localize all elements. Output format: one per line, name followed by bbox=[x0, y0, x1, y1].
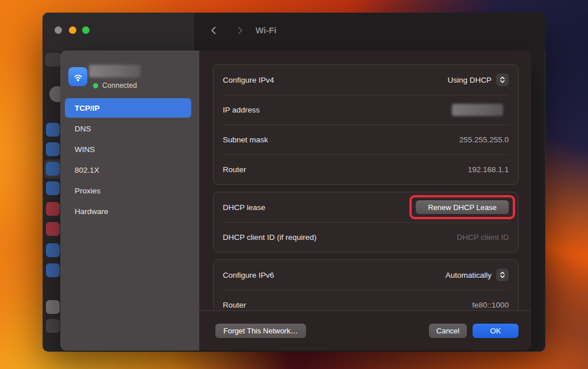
ipv6-group: Configure IPv6 Automatically Router fe80… bbox=[213, 259, 519, 310]
configure-ipv4-label: Configure IPv4 bbox=[223, 76, 274, 84]
ipv6-method-popup[interactable]: Automatically bbox=[446, 269, 509, 281]
vpn-icon bbox=[46, 181, 60, 195]
dhcp-lease-row: DHCP lease Renew DHCP Lease bbox=[214, 192, 518, 222]
wifi-icon bbox=[46, 123, 60, 137]
subnet-mask-row: Subnet mask 255.255.255.0 bbox=[214, 125, 518, 154]
configure-ipv6-row: Configure IPv6 Automatically bbox=[214, 260, 518, 290]
router-ipv6-value: fe80::1000 bbox=[472, 301, 509, 309]
ok-button[interactable]: OK bbox=[473, 324, 519, 338]
sheet-footer: Forget This Network… Cancel OK bbox=[199, 310, 531, 351]
sheet-content: Configure IPv4 Using DHCP IP address bbox=[199, 51, 531, 351]
back-chevron-icon[interactable] bbox=[209, 26, 218, 35]
general-icon bbox=[46, 300, 60, 314]
focus-icon bbox=[46, 243, 60, 257]
configure-ipv6-label: Configure IPv6 bbox=[223, 271, 274, 279]
dhcp-lease-label: DHCP lease bbox=[223, 203, 265, 212]
titlebar-content-section: Wi-Fi bbox=[194, 13, 546, 51]
sheet-sidebar-items: TCP/IP DNS WINS 802.1X Proxies Hardware bbox=[60, 98, 199, 222]
ipv4-group: Configure IPv4 Using DHCP IP address bbox=[213, 64, 519, 185]
subnet-mask-label: Subnet mask bbox=[223, 135, 268, 144]
network-icon bbox=[46, 162, 60, 176]
popup-stepper-icon bbox=[496, 73, 509, 86]
router-value: 192.168.1.1 bbox=[468, 165, 509, 174]
router-ipv6-row: Router fe80::1000 bbox=[214, 290, 518, 310]
appearance-icon bbox=[46, 319, 60, 333]
router-label: Router bbox=[223, 165, 246, 174]
network-name-redacted bbox=[89, 65, 141, 77]
subnet-mask-value: 255.255.255.0 bbox=[459, 135, 509, 144]
system-settings-window: Wi-Fi Connected TCP/IP DNS WINS 802.1X bbox=[42, 13, 546, 352]
settings-scroll-area: Configure IPv4 Using DHCP IP address bbox=[199, 51, 531, 310]
close-button[interactable] bbox=[55, 26, 62, 34]
zoom-button[interactable] bbox=[82, 26, 90, 34]
popup-stepper-icon bbox=[496, 269, 509, 281]
wifi-network-icon bbox=[68, 67, 87, 86]
sidebar-item-hardware[interactable]: Hardware bbox=[65, 201, 191, 221]
annotation-highlight-box: Renew DHCP Lease bbox=[409, 195, 515, 219]
dhcp-client-id-label: DHCP client ID (if required) bbox=[223, 233, 316, 242]
wifi-tcpip-sheet: Connected TCP/IP DNS WINS 802.1X Proxies… bbox=[60, 51, 531, 351]
cancel-button[interactable]: Cancel bbox=[429, 324, 467, 338]
dhcp-client-id-field[interactable]: DHCP client ID bbox=[457, 233, 509, 242]
sound-icon bbox=[46, 222, 60, 236]
connected-label: Connected bbox=[102, 81, 137, 90]
ip-address-redacted bbox=[452, 104, 503, 116]
sidebar-item-wins[interactable]: WINS bbox=[65, 139, 191, 159]
bluetooth-icon bbox=[46, 142, 60, 156]
renew-dhcp-lease-button[interactable]: Renew DHCP Lease bbox=[416, 200, 509, 214]
sidebar-item-dns[interactable]: DNS bbox=[65, 119, 191, 138]
ip-address-row: IP address bbox=[214, 95, 518, 125]
sidebar-item-8021x[interactable]: 802.1X bbox=[65, 160, 191, 180]
titlebar-sidebar-section bbox=[42, 13, 194, 51]
configure-ipv4-row: Configure IPv4 Using DHCP bbox=[214, 65, 518, 95]
router-ipv4-row: Router 192.168.1.1 bbox=[214, 154, 518, 184]
router-ipv6-label: Router bbox=[223, 301, 246, 309]
connection-status: Connected bbox=[93, 81, 137, 90]
forward-chevron-icon[interactable] bbox=[235, 26, 245, 35]
minimize-button[interactable] bbox=[69, 26, 76, 34]
titlebar: Wi-Fi bbox=[42, 13, 546, 51]
page-title: Wi-Fi bbox=[256, 25, 277, 35]
dhcp-group: DHCP lease Renew DHCP Lease DHCP client … bbox=[213, 192, 519, 253]
notifications-icon bbox=[46, 202, 60, 216]
ipv4-method-popup[interactable]: Using DHCP bbox=[447, 73, 509, 86]
sidebar-item-proxies[interactable]: Proxies bbox=[65, 181, 191, 200]
background-search-field bbox=[45, 53, 62, 67]
sheet-sidebar: Connected TCP/IP DNS WINS 802.1X Proxies… bbox=[60, 51, 199, 351]
screen-time-icon bbox=[46, 263, 60, 277]
ip-address-label: IP address bbox=[223, 106, 260, 114]
sidebar-item-tcpip[interactable]: TCP/IP bbox=[65, 98, 191, 118]
dhcp-client-id-row: DHCP client ID (if required) DHCP client… bbox=[214, 222, 518, 252]
connected-dot-icon bbox=[93, 83, 98, 88]
forget-network-button[interactable]: Forget This Network… bbox=[215, 324, 306, 338]
